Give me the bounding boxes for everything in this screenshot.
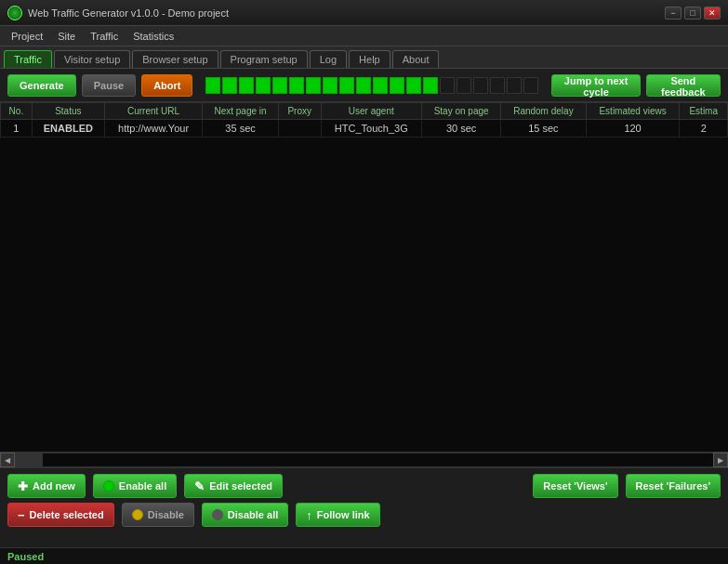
status-text: Paused bbox=[7, 551, 44, 562]
tab-log[interactable]: Log bbox=[310, 50, 347, 68]
table-cell: 120 bbox=[586, 120, 680, 138]
progress-segment bbox=[457, 77, 471, 94]
abort-button[interactable]: Abort bbox=[141, 74, 192, 97]
app-icon bbox=[7, 6, 22, 20]
progress-segment bbox=[272, 77, 287, 94]
progress-segment bbox=[205, 77, 220, 94]
scrollbar: ◀ ▶ bbox=[0, 453, 728, 467]
column-header-stay-on-page: Stay on page bbox=[422, 103, 501, 120]
tab-bar: TrafficVisitor setupBrowser setupProgram… bbox=[0, 46, 728, 69]
table-cell: 15 sec bbox=[501, 120, 587, 138]
table-cell: http://www.Your bbox=[104, 120, 202, 138]
column-header-status: Status bbox=[32, 103, 104, 120]
disable-button[interactable]: Disable bbox=[122, 503, 194, 527]
delete-selected-label: Delete selected bbox=[30, 509, 104, 520]
column-header-no.: No. bbox=[1, 103, 33, 120]
progress-segment bbox=[256, 77, 271, 94]
add-new-label: Add new bbox=[33, 480, 75, 492]
progress-segment bbox=[339, 77, 354, 94]
edit-icon: ✎ bbox=[194, 479, 205, 493]
table-cell: ENABLED bbox=[32, 120, 104, 138]
follow-link-button[interactable]: ↑ Follow link bbox=[296, 503, 379, 527]
table-row[interactable]: 1ENABLEDhttp://www.Your35 secHTC_Touch_3… bbox=[1, 120, 728, 138]
enable-all-icon bbox=[103, 480, 114, 492]
tab-visitor-setup[interactable]: Visitor setup bbox=[54, 50, 130, 68]
progress-segment bbox=[406, 77, 421, 94]
progress-segment bbox=[440, 77, 455, 94]
status-bar: Paused bbox=[0, 547, 728, 564]
enable-all-label: Enable all bbox=[119, 480, 166, 492]
progress-bar bbox=[205, 77, 538, 94]
table-header-row: No.StatusCurrent URLNext page inProxyUse… bbox=[1, 103, 728, 120]
bottom-row2: − Delete selected Disable Disable all ↑ … bbox=[7, 503, 721, 527]
table-header: No.StatusCurrent URLNext page inProxyUse… bbox=[1, 103, 728, 120]
progress-segment bbox=[239, 77, 254, 94]
column-header-estima: Estima bbox=[680, 103, 728, 120]
toolbar: Generate Pause Abort Jump to next cycle … bbox=[0, 69, 728, 102]
table-cell bbox=[278, 120, 321, 138]
tab-program-setup[interactable]: Program setup bbox=[220, 50, 308, 68]
toolbar-right: Jump to next cycle Send feedback bbox=[551, 74, 721, 97]
minimize-button[interactable]: − bbox=[665, 7, 682, 20]
pause-button[interactable]: Pause bbox=[82, 74, 136, 97]
jump-next-cycle-button[interactable]: Jump to next cycle bbox=[551, 74, 640, 97]
menu-item-site[interactable]: Site bbox=[50, 29, 83, 44]
scroll-right-button[interactable]: ▶ bbox=[713, 453, 728, 467]
tab-browser-setup[interactable]: Browser setup bbox=[132, 50, 218, 68]
progress-segment bbox=[222, 77, 237, 94]
table-body: 1ENABLEDhttp://www.Your35 secHTC_Touch_3… bbox=[1, 120, 728, 138]
disable-icon bbox=[132, 509, 143, 520]
follow-link-label: Follow link bbox=[317, 509, 370, 520]
table-cell: 30 sec bbox=[422, 120, 501, 138]
add-icon: ✚ bbox=[18, 479, 28, 493]
progress-segment bbox=[507, 77, 522, 94]
progress-segment bbox=[490, 77, 505, 94]
progress-segment bbox=[423, 77, 438, 94]
progress-segment bbox=[289, 77, 304, 94]
disable-all-label: Disable all bbox=[228, 509, 278, 520]
reset-buttons: Reset 'Views' Reset 'Failures' bbox=[533, 474, 721, 498]
column-header-random-delay: Random delay bbox=[501, 103, 587, 120]
scrollbar-thumb[interactable] bbox=[15, 453, 43, 466]
column-header-user-agent: User agent bbox=[321, 103, 422, 120]
window-title: Web Traffic Generator v1.0.0 - Demo proj… bbox=[28, 7, 665, 19]
progress-segment bbox=[373, 77, 388, 94]
scroll-left-button[interactable]: ◀ bbox=[0, 453, 15, 467]
table-cell: HTC_Touch_3G bbox=[321, 120, 422, 138]
menu-item-project[interactable]: Project bbox=[4, 29, 50, 44]
progress-segment bbox=[306, 77, 321, 94]
follow-link-icon: ↑ bbox=[306, 508, 312, 522]
edit-selected-button[interactable]: ✎ Edit selected bbox=[184, 474, 283, 498]
column-header-estimated-views: Estimated views bbox=[586, 103, 680, 120]
menu-item-statistics[interactable]: Statistics bbox=[126, 29, 181, 44]
table-cell: 1 bbox=[1, 120, 33, 138]
table-cell: 2 bbox=[680, 120, 728, 138]
menu-item-traffic[interactable]: Traffic bbox=[83, 29, 126, 44]
send-feedback-button[interactable]: Send feedback bbox=[646, 74, 721, 97]
progress-segment bbox=[473, 77, 488, 94]
column-header-current-url: Current URL bbox=[104, 103, 202, 120]
delete-selected-button[interactable]: − Delete selected bbox=[7, 503, 114, 527]
tab-traffic[interactable]: Traffic bbox=[4, 50, 52, 68]
table-cell: 35 sec bbox=[203, 120, 279, 138]
bottom-bar: ✚ Add new Enable all ✎ Edit selected Res… bbox=[0, 467, 728, 547]
title-bar: Web Traffic Generator v1.0.0 - Demo proj… bbox=[0, 0, 728, 26]
close-button[interactable]: ✕ bbox=[704, 7, 721, 20]
window-controls: − □ ✕ bbox=[665, 7, 721, 20]
tab-help[interactable]: Help bbox=[349, 50, 390, 68]
disable-all-icon bbox=[212, 509, 223, 520]
tab-about[interactable]: About bbox=[392, 50, 440, 68]
maximize-button[interactable]: □ bbox=[684, 7, 701, 20]
reset-views-button[interactable]: Reset 'Views' bbox=[533, 474, 617, 498]
generate-button[interactable]: Generate bbox=[7, 74, 76, 97]
disable-label: Disable bbox=[148, 509, 184, 520]
reset-failures-button[interactable]: Reset 'Failures' bbox=[626, 474, 721, 498]
disable-all-button[interactable]: Disable all bbox=[202, 503, 288, 527]
column-header-proxy: Proxy bbox=[278, 103, 321, 120]
enable-all-button[interactable]: Enable all bbox=[93, 474, 177, 498]
add-new-button[interactable]: ✚ Add new bbox=[7, 474, 86, 498]
bottom-row1: ✚ Add new Enable all ✎ Edit selected Res… bbox=[7, 474, 721, 498]
menu-bar: ProjectSiteTrafficStatistics bbox=[0, 26, 728, 46]
scrollbar-track[interactable] bbox=[15, 453, 713, 466]
edit-selected-label: Edit selected bbox=[209, 480, 272, 492]
